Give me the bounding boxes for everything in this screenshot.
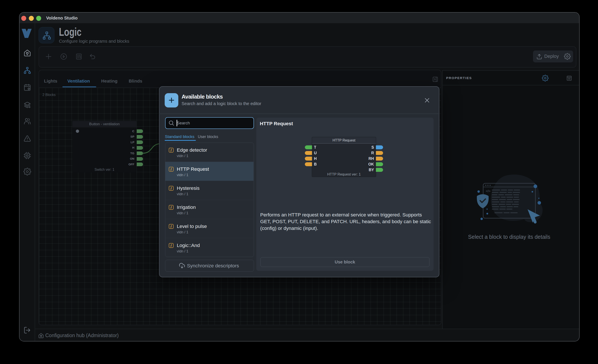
svg-text:</>: </> [486, 189, 490, 193]
